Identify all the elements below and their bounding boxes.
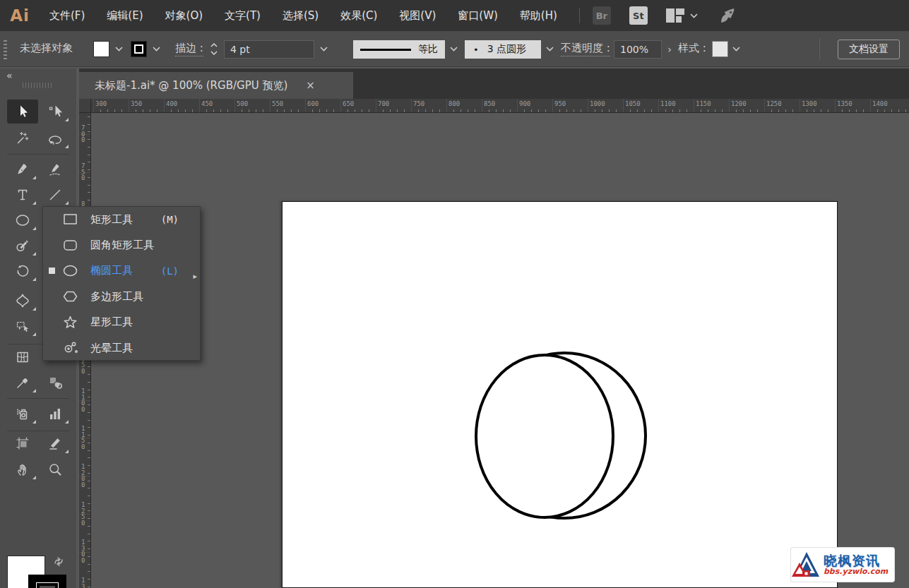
ruler-tick — [88, 420, 90, 421]
flyout-item-shortcut: (M) — [161, 214, 179, 225]
stroke-swatch[interactable] — [28, 575, 66, 588]
ruler-major-tick — [517, 99, 518, 113]
width-tool[interactable] — [7, 289, 38, 313]
ruler-tick — [609, 109, 610, 112]
shape-builder-tool[interactable] — [7, 314, 38, 338]
flyout-item-flare-tool[interactable]: 光晕工具 — [43, 335, 200, 361]
artboard[interactable] — [282, 201, 838, 588]
panel-grip[interactable] — [4, 40, 7, 59]
brush-bullet: • — [473, 44, 479, 55]
ruler-tick — [88, 518, 90, 519]
ruler-major-tick — [482, 99, 482, 113]
brush-dropdown[interactable]: • 3 点圆形 — [465, 40, 541, 59]
drawn-ellipse[interactable] — [476, 355, 613, 517]
opacity-label[interactable]: 不透明度 : — [561, 42, 610, 56]
workspace-switcher[interactable] — [666, 8, 698, 23]
ruler-label: 300 — [95, 100, 107, 107]
menu-item-object[interactable]: 对象(O) — [165, 9, 203, 23]
lasso-tool[interactable] — [40, 126, 71, 150]
opacity-field[interactable]: 100% — [614, 40, 662, 59]
direct-selection-tool[interactable] — [40, 100, 71, 124]
menu-item-effect[interactable]: 效果(C) — [340, 9, 377, 23]
zoom-tool[interactable] — [40, 457, 71, 481]
drawn-shapes[interactable] — [283, 202, 838, 588]
blend-tool[interactable] — [40, 371, 71, 395]
stroke-label[interactable]: 描边 : — [175, 42, 203, 56]
stroke-profile-dropdown[interactable]: 等比 — [353, 40, 445, 59]
fill-stroke-widget — [0, 554, 76, 588]
brush-chevron[interactable] — [542, 41, 557, 57]
flyout-item-star-tool[interactable]: 星形工具 — [43, 310, 200, 335]
pen-tool[interactable] — [7, 157, 38, 181]
flyout-item-polygon-tool[interactable]: 多边形工具 — [43, 284, 200, 309]
symbol-sprayer-tool[interactable] — [7, 402, 38, 426]
mesh-tool[interactable] — [7, 345, 38, 369]
stroke-profile-chevron[interactable] — [446, 41, 461, 57]
menu-separator — [579, 8, 580, 23]
menu-item-window[interactable]: 窗口(W) — [458, 9, 498, 23]
menu-item-edit[interactable]: 编辑(E) — [107, 9, 143, 23]
watermark-url: bbs.yzwlo.com — [824, 568, 888, 576]
ruler-label: 1200 — [731, 100, 747, 107]
menu-item-select[interactable]: 选择(S) — [283, 9, 319, 23]
ruler-tick — [821, 109, 821, 112]
flyout-item-label: 光晕工具 — [90, 342, 133, 355]
fill-color-dropdown[interactable] — [112, 41, 126, 57]
magic-wand-tool[interactable] — [7, 126, 38, 150]
shaper-tool[interactable] — [7, 234, 38, 258]
stroke-weight-field[interactable]: 4 pt — [224, 40, 314, 59]
flyout-corner-icon — [32, 389, 36, 392]
ruler-corner[interactable] — [79, 99, 91, 113]
flyout-item-rectangle-tool[interactable]: 矩形工具(M) — [43, 207, 200, 232]
menu-item-help[interactable]: 帮助(H) — [520, 9, 557, 23]
stroke-weight-stepper[interactable] — [210, 41, 218, 58]
close-tab-icon[interactable]: × — [306, 79, 315, 92]
style-dropdown[interactable] — [729, 41, 743, 57]
stroke-weight-dropdown[interactable] — [316, 41, 331, 57]
ruler-tick — [88, 571, 90, 572]
fill-color-swatch[interactable] — [93, 41, 109, 57]
ruler-label: 1000 — [590, 100, 605, 107]
menu-item-file[interactable]: 文件(F) — [49, 9, 85, 23]
stroke-color-dropdown[interactable] — [149, 41, 163, 57]
ruler-tick — [496, 109, 497, 112]
canvas-area[interactable] — [91, 113, 909, 588]
curvature-tool[interactable] — [40, 157, 71, 181]
swap-fill-stroke-icon[interactable] — [52, 557, 65, 566]
document-setup-button[interactable]: 文档设置 — [838, 40, 900, 59]
eyedropper-tool[interactable] — [7, 371, 38, 395]
ruler-tick — [88, 496, 90, 496]
hand-tool[interactable] — [7, 457, 38, 481]
stock-icon[interactable]: St — [629, 6, 648, 25]
stroke-color-swatch[interactable] — [131, 41, 147, 57]
ruler-tick — [88, 510, 90, 511]
panel-grip-dots[interactable] — [23, 83, 54, 88]
flyout-item-label: 多边形工具 — [90, 290, 143, 304]
opacity-arrow[interactable]: › — [663, 41, 677, 57]
horizontal-ruler[interactable]: 3003504004505005506006507007508008509009… — [91, 99, 909, 113]
flyout-item-ellipse-tool[interactable]: 椭圆工具(L) — [43, 258, 200, 284]
ruler-tick — [88, 564, 90, 565]
collapse-panel-button[interactable]: « — [6, 70, 11, 81]
rotate-tool[interactable] — [7, 259, 38, 283]
bridge-icon[interactable]: Br — [593, 6, 611, 25]
watermark: 晓枫资讯 bbs.yzwlo.com — [791, 548, 894, 582]
artboard-tool[interactable] — [7, 431, 38, 455]
line-segment-tool[interactable] — [40, 183, 71, 207]
gpu-performance-rocket-icon[interactable] — [719, 7, 737, 24]
ellipse-tool[interactable] — [7, 208, 38, 232]
ruler-tick — [715, 109, 715, 112]
tear-off-arrow-icon[interactable]: ▸ — [193, 272, 197, 281]
flyout-item-rounded-rectangle-tool[interactable]: 圆角矩形工具 — [43, 232, 200, 258]
ruler-tick — [88, 162, 90, 162]
style-swatch[interactable] — [712, 41, 728, 57]
column-graph-tool[interactable] — [40, 402, 71, 426]
document-tab[interactable]: 未标题-1.ai* @ 100% (RGB/GPU 预览) × — [79, 72, 353, 99]
ruler-label: 1 3 5 0 — [81, 577, 85, 588]
menu-item-view[interactable]: 视图(V) — [399, 9, 436, 23]
menu-item-type[interactable]: 文字(T) — [225, 9, 261, 23]
type-tool[interactable] — [7, 183, 38, 207]
ruler-label: 1400 — [872, 100, 888, 107]
slice-tool[interactable] — [40, 431, 71, 455]
selection-tool[interactable] — [7, 100, 38, 124]
